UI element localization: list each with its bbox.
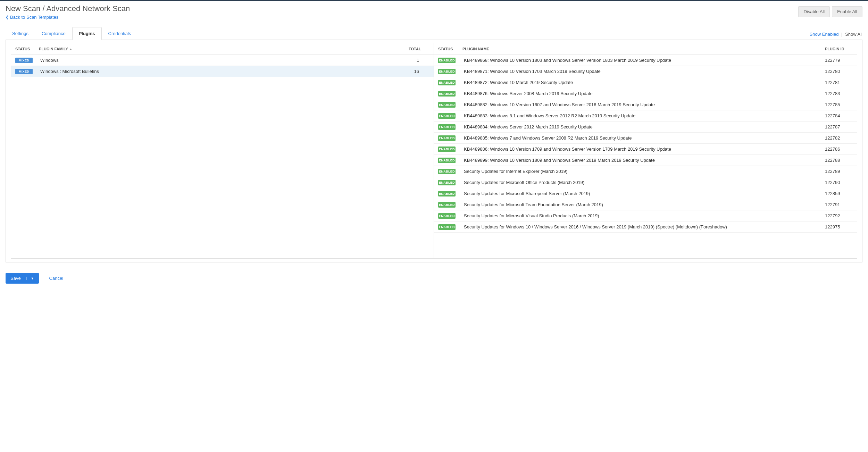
plugin-row[interactable]: ENABLEDSecurity Updates for Internet Exp… (434, 166, 857, 177)
plugin-row[interactable]: ENABLEDKB4489883: Windows 8.1 and Window… (434, 110, 857, 122)
plugin-family-pane: STATUS PLUGIN FAMILY ▲ TOTAL MIXEDWindow… (11, 43, 434, 258)
plugin-id: 122780 (825, 69, 853, 74)
plugin-row[interactable]: ENABLEDSecurity Updates for Microsoft Of… (434, 177, 857, 188)
plugin-id: 122782 (825, 135, 853, 141)
enable-all-button[interactable]: Enable All (832, 6, 862, 17)
plugin-name: Security Updates for Microsoft Sharepoin… (462, 191, 825, 196)
plugin-id: 122788 (825, 158, 853, 163)
plugin-row[interactable]: ENABLEDSecurity Updates for Microsoft Sh… (434, 188, 857, 199)
plugin-name: KB4489868: Windows 10 Version 1803 and W… (462, 58, 825, 63)
plugin-id: 122859 (825, 191, 853, 196)
plugin-name: KB4489872: Windows 10 March 2019 Securit… (462, 80, 825, 85)
plugin-name: KB4489882: Windows 10 Version 1607 and W… (462, 102, 825, 107)
save-button[interactable]: Save ▼ (6, 273, 39, 284)
plugin-row[interactable]: ENABLEDSecurity Updates for Windows 10 /… (434, 221, 857, 233)
status-badge[interactable]: ENABLED (438, 80, 456, 85)
status-badge[interactable]: ENABLED (438, 135, 456, 141)
sort-asc-icon: ▲ (69, 48, 72, 51)
caret-down-icon: ▼ (26, 277, 34, 280)
plugin-row[interactable]: ENABLEDKB4489899: Windows 10 Version 180… (434, 155, 857, 166)
back-link-label: Back to Scan Templates (10, 15, 58, 20)
col-header-plugin-id: PLUGIN ID (825, 47, 853, 51)
status-badge[interactable]: ENABLED (438, 191, 456, 196)
tab-settings[interactable]: Settings (6, 27, 35, 40)
col-header-plugin-name: PLUGIN NAME (462, 47, 825, 51)
plugin-id: 122785 (825, 102, 853, 107)
family-row[interactable]: MIXEDWindows1 (11, 55, 434, 66)
plugin-id: 122781 (825, 80, 853, 85)
status-badge[interactable]: ENABLED (438, 113, 456, 119)
status-badge[interactable]: ENABLED (438, 202, 456, 208)
family-name: Windows : Microsoft Bulletins (39, 69, 409, 74)
plugin-id: 122783 (825, 91, 853, 96)
family-total: 1 (409, 58, 429, 63)
plugin-row[interactable]: ENABLEDSecurity Updates for Microsoft Te… (434, 199, 857, 210)
plugin-row[interactable]: ENABLEDKB4489868: Windows 10 Version 180… (434, 55, 857, 66)
show-all-link[interactable]: Show All (845, 32, 862, 37)
status-badge[interactable]: ENABLED (438, 213, 456, 219)
col-header-total: TOTAL (409, 47, 429, 51)
status-badge[interactable]: MIXED (15, 69, 33, 74)
page-title: New Scan / Advanced Network Scan (6, 4, 130, 13)
cancel-link[interactable]: Cancel (49, 276, 63, 281)
plugin-row[interactable]: ENABLEDKB4489872: Windows 10 March 2019 … (434, 77, 857, 88)
status-badge[interactable]: ENABLED (438, 180, 456, 185)
chevron-left-icon: ❮ (6, 15, 9, 19)
disable-all-button[interactable]: Disable All (798, 6, 830, 17)
plugin-name: KB4489885: Windows 7 and Windows Server … (462, 135, 825, 141)
status-badge[interactable]: ENABLED (438, 147, 456, 152)
plugin-id: 122975 (825, 224, 853, 229)
plugin-id: 122790 (825, 180, 853, 185)
plugin-id: 122792 (825, 213, 853, 218)
col-header-family[interactable]: PLUGIN FAMILY ▲ (39, 47, 409, 51)
plugin-id: 122789 (825, 169, 853, 174)
plugin-name: KB4489884: Windows Server 2012 March 201… (462, 124, 825, 129)
plugin-id: 122791 (825, 202, 853, 207)
family-row[interactable]: MIXEDWindows : Microsoft Bulletins16 (11, 66, 434, 77)
family-total: 16 (409, 69, 429, 74)
plugin-id: 122786 (825, 147, 853, 152)
plugin-row[interactable]: ENABLEDKB4489882: Windows 10 Version 160… (434, 99, 857, 110)
plugin-name: Security Updates for Microsoft Office Pr… (462, 180, 825, 185)
col-header-family-label: PLUGIN FAMILY (39, 47, 68, 51)
tab-compliance[interactable]: Compliance (35, 27, 72, 40)
col-header-status-right: STATUS (438, 47, 462, 51)
status-badge[interactable]: ENABLED (438, 169, 456, 174)
plugin-name: KB4489886: Windows 10 Version 1709 and W… (462, 147, 825, 152)
plugin-name: Security Updates for Microsoft Team Foun… (462, 202, 825, 207)
plugin-name: Security Updates for Windows 10 / Window… (462, 224, 825, 229)
filter-separator: | (841, 32, 842, 37)
status-badge[interactable]: ENABLED (438, 58, 456, 63)
family-name: Windows (39, 58, 409, 63)
plugin-row[interactable]: ENABLEDKB4489886: Windows 10 Version 170… (434, 144, 857, 155)
save-button-label: Save (10, 276, 21, 281)
plugin-id: 122787 (825, 124, 853, 129)
status-badge[interactable]: ENABLED (438, 102, 456, 108)
plugin-name: Security Updates for Internet Explorer (… (462, 169, 825, 174)
show-enabled-link[interactable]: Show Enabled (810, 32, 839, 37)
plugin-row[interactable]: ENABLEDSecurity Updates for Microsoft Vi… (434, 210, 857, 221)
plugin-list-pane: STATUS PLUGIN NAME PLUGIN ID ENABLEDKB44… (434, 43, 857, 258)
status-badge[interactable]: ENABLED (438, 91, 456, 97)
plugin-name: Security Updates for Microsoft Visual St… (462, 213, 825, 218)
plugin-name: KB4489883: Windows 8.1 and Windows Serve… (462, 113, 825, 118)
plugin-row[interactable]: ENABLEDKB4489885: Windows 7 and Windows … (434, 133, 857, 144)
status-badge[interactable]: ENABLED (438, 69, 456, 74)
plugin-row[interactable]: ENABLEDKB4489884: Windows Server 2012 Ma… (434, 122, 857, 133)
plugin-row[interactable]: ENABLEDKB4489871: Windows 10 Version 170… (434, 66, 857, 77)
plugin-name: KB4489871: Windows 10 Version 1703 March… (462, 69, 825, 74)
col-header-status: STATUS (15, 47, 39, 51)
plugin-name: KB4489899: Windows 10 Version 1809 and W… (462, 158, 825, 163)
plugin-name: KB4489876: Windows Server 2008 March 201… (462, 91, 825, 96)
tab-plugins[interactable]: Plugins (72, 27, 102, 40)
status-badge[interactable]: ENABLED (438, 158, 456, 163)
status-badge[interactable]: MIXED (15, 58, 33, 63)
status-badge[interactable]: ENABLED (438, 224, 456, 230)
plugin-id: 122779 (825, 58, 853, 63)
plugin-id: 122784 (825, 113, 853, 118)
status-badge[interactable]: ENABLED (438, 124, 456, 130)
back-link[interactable]: ❮ Back to Scan Templates (6, 15, 58, 20)
tab-credentials[interactable]: Credentials (102, 27, 138, 40)
plugin-row[interactable]: ENABLEDKB4489876: Windows Server 2008 Ma… (434, 88, 857, 99)
